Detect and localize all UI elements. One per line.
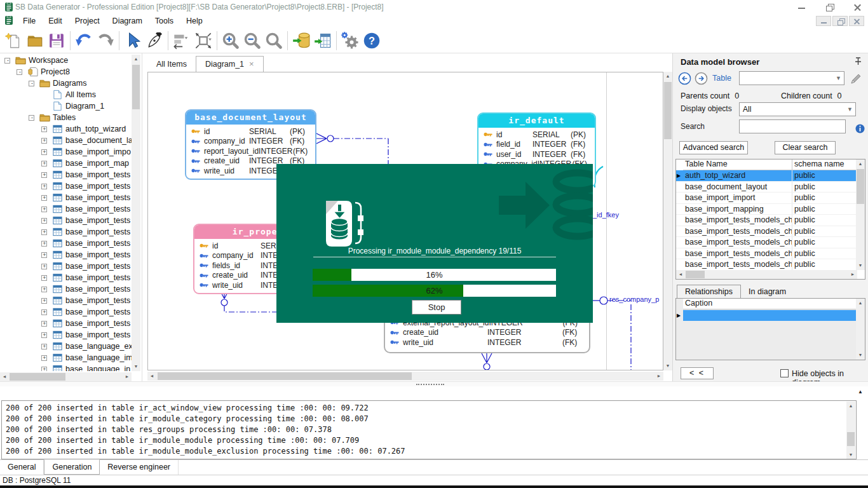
new-document-button[interactable] [3,30,24,51]
tree-item[interactable]: base_import_tests [0,272,132,283]
expander-icon[interactable] [17,69,22,75]
expander-icon[interactable] [41,172,47,178]
hide-objects-checkbox[interactable] [780,369,789,377]
tree-item[interactable]: Tables [0,112,132,123]
table-row[interactable]: base_import_tests_models_char_r public [676,226,857,238]
forward-icon[interactable] [695,72,708,87]
tree-item[interactable]: base_import_tests [0,295,132,306]
expander-icon[interactable] [41,252,47,258]
table-combobox[interactable]: ▼ [739,71,844,85]
tree-item[interactable]: base_language_in [0,363,132,371]
scroll-right-icon[interactable]: ► [848,270,857,279]
output-tab[interactable]: General [0,460,44,475]
grid-header-table-name[interactable]: Table Name [683,159,792,170]
scroll-left-icon[interactable]: ◄ [0,372,9,381]
scroll-up-icon[interactable]: ▲ [663,72,672,81]
expander-icon[interactable] [41,195,47,201]
menu-item[interactable]: Project [69,15,106,27]
scroll-right-icon[interactable]: ► [654,372,663,381]
display-objects-combobox[interactable]: All ▼ [739,102,856,116]
scrollbar-thumb[interactable] [158,372,412,380]
expander-icon[interactable] [29,115,34,121]
expander-icon[interactable] [41,241,47,247]
tab-relationships[interactable]: Relationships [677,285,741,298]
mdi-minimize-icon[interactable] [816,16,831,26]
scroll-down-icon[interactable]: ▼ [856,261,865,270]
tree-item[interactable]: base_import_tests [0,238,132,249]
diagram-canvas[interactable]: base_document_layout id SERIAL (PK) [147,72,663,370]
expander-icon[interactable] [41,229,47,235]
chevron-down-icon[interactable]: ▼ [836,72,841,85]
select-cursor-button[interactable] [122,30,144,51]
expander-icon[interactable] [41,309,47,315]
expander-icon[interactable] [41,287,47,292]
generate-table-button[interactable] [312,30,334,51]
close-icon[interactable] [853,3,863,11]
canvas-vertical-scrollbar[interactable]: ▲ ▼ [663,72,672,370]
expander-icon[interactable] [41,184,47,189]
info-icon[interactable] [855,124,865,135]
zoom-button[interactable] [263,30,285,51]
table-row[interactable]: base_import_tests_models_char_r public [676,248,857,260]
menu-item[interactable]: Help [180,15,209,27]
tree-item[interactable]: base_import_impo [0,146,132,158]
scroll-down-icon[interactable]: ▼ [132,362,140,371]
tab-all-items[interactable]: All Items [147,57,196,72]
expander-icon[interactable] [41,275,47,281]
grid-header-schema-name[interactable]: schema name [792,159,857,170]
output-tab[interactable]: Reverse engineer [100,460,179,475]
mdi-close-icon[interactable] [849,16,864,26]
grid-horizontal-scrollbar[interactable]: ◄ ► [676,270,857,279]
search-input[interactable] [739,119,846,133]
expander-icon[interactable] [41,355,47,361]
table-row[interactable]: base_import_tests_models_char_r public [676,237,857,248]
tree-item[interactable]: base_language_im [0,352,132,363]
splitter-grip[interactable] [416,384,444,385]
tree-item[interactable]: base_import_tests [0,215,132,226]
tree-item[interactable]: Diagrams [0,78,132,89]
tree-item[interactable]: base_import_tests [0,283,132,295]
tree-item[interactable]: Diagram_1 [0,100,132,112]
grid-vertical-scrollbar[interactable]: ▲ ▼ [856,159,865,270]
expander-icon[interactable] [41,367,47,372]
expander-icon[interactable] [29,81,34,86]
scroll-down-icon[interactable]: ▼ [846,451,855,459]
scrollbar-thumb[interactable] [857,169,864,204]
back-icon[interactable] [678,72,691,87]
tree-vertical-scrollbar[interactable]: ▲ ▼ [132,55,140,371]
redo-button[interactable] [95,30,116,51]
fit-diagram-button[interactable] [193,30,214,51]
expander-icon[interactable] [41,161,47,166]
tree-item[interactable]: base_import_tests [0,203,132,215]
expander-icon[interactable] [4,58,10,64]
menu-item[interactable]: Edit [42,15,69,27]
expander-icon[interactable] [41,298,47,304]
help-button[interactable]: ? [361,30,383,51]
minimize-icon[interactable] [797,3,807,11]
tree-item[interactable]: base_language_ex [0,341,132,352]
scrollbar-thumb[interactable] [847,432,855,446]
open-project-button[interactable] [24,30,46,51]
expander-icon[interactable] [41,332,47,338]
tree-item[interactable]: auth_totp_wizard [0,123,132,135]
chevron-down-icon[interactable]: ▼ [847,103,853,116]
expander-icon[interactable] [41,344,47,349]
tree-item[interactable]: base_import_map [0,158,132,169]
collapse-log-icon[interactable]: ▲ [858,389,863,395]
tree-item[interactable]: base_import_tests [0,180,132,192]
tree-item[interactable]: base_document_la [0,135,132,146]
settings-gears-button[interactable] [339,30,361,51]
tree-item[interactable]: base_import_tests [0,192,132,203]
scrollbar-thumb[interactable] [132,65,140,109]
undo-button[interactable] [73,30,95,51]
scroll-down-icon[interactable]: ▼ [663,362,672,370]
horizontal-splitter[interactable] [0,381,868,386]
scroll-up-icon[interactable]: ▲ [856,159,865,168]
table-row[interactable]: base_import_import public [676,193,857,204]
menu-item[interactable]: Tools [149,15,180,27]
generate-database-button[interactable] [290,30,312,51]
stop-button[interactable]: Stop [412,300,461,315]
tab-in-diagram[interactable]: In diagram [741,285,794,298]
align-objects-button[interactable] [171,30,193,51]
scroll-left-icon[interactable]: ◄ [676,270,685,279]
